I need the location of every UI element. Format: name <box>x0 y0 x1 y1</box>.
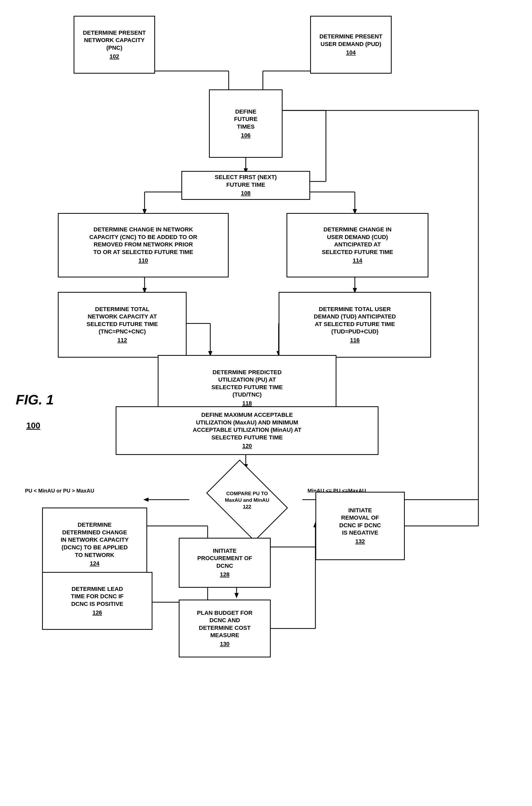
box-106-ref: 106 <box>241 132 251 139</box>
box-120: DEFINE MAXIMUM ACCEPTABLEUTILIZATION (Ma… <box>116 406 379 455</box>
box-106-text: DEFINEFUTURETIMES <box>234 108 257 131</box>
box-112-ref: 112 <box>117 337 127 344</box>
box-130: PLAN BUDGET FORDCNC ANDDETERMINE COSTMEA… <box>179 600 271 657</box>
box-126: DETERMINE LEADTIME FOR DCNC IFDCNC IS PO… <box>42 572 152 630</box>
box-132: INITIATEREMOVAL OFDCNC IF DCNCIS NEGATIV… <box>316 492 405 560</box>
box-130-ref: 130 <box>220 640 230 648</box>
box-116: DETERMINE TOTAL USERDEMAND (TUD) ANTICIP… <box>279 292 431 358</box>
box-104-text: DETERMINE PRESENT USER DEMAND (PUD) <box>314 33 388 48</box>
box-102: DETERMINE PRESENT NETWORK CAPACITY (PNC)… <box>74 16 155 74</box>
figure-number: 100 <box>26 421 40 430</box>
box-128-ref: 128 <box>220 571 230 579</box>
box-102-text: DETERMINE PRESENT NETWORK CAPACITY (PNC) <box>77 29 152 52</box>
box-114-ref: 114 <box>353 257 362 265</box>
box-124-text: DETERMINEDETERMINED CHANGEIN NETWORK CAP… <box>61 521 129 559</box>
diamond-122: COMPARE PU TOMaxAU and MinAU122 <box>176 469 318 531</box>
box-102-ref: 102 <box>110 53 119 60</box>
box-116-text: DETERMINE TOTAL USERDEMAND (TUD) ANTICIP… <box>314 305 396 336</box>
box-114: DETERMINE CHANGE INUSER DEMAND (CUD)ANTI… <box>286 213 429 277</box>
box-114-text: DETERMINE CHANGE INUSER DEMAND (CUD)ANTI… <box>322 226 393 256</box>
box-132-text: INITIATEREMOVAL OFDCNC IF DCNCIS NEGATIV… <box>339 507 381 537</box>
box-110: DETERMINE CHANGE IN NETWORKCAPACITY (CNC… <box>58 213 229 277</box>
box-128-text: INITIATEPROCUREMENT OFDCNC <box>197 547 252 570</box>
box-124: DETERMINEDETERMINED CHANGEIN NETWORK CAP… <box>42 508 147 581</box>
box-120-text: DEFINE MAXIMUM ACCEPTABLEUTILIZATION (Ma… <box>193 411 301 441</box>
box-118-text: DETERMINE PREDICTEDUTILIZATION (PU) ATSE… <box>211 369 283 399</box>
box-106: DEFINEFUTURETIMES 106 <box>209 89 283 158</box>
box-116-ref: 116 <box>350 337 360 344</box>
box-128: INITIATEPROCUREMENT OFDCNC 128 <box>179 538 271 588</box>
svg-marker-29 <box>143 498 149 502</box>
box-112-text: DETERMINE TOTALNETWORK CAPACITY ATSELECT… <box>87 305 158 336</box>
svg-marker-48 <box>234 593 239 598</box>
box-104: DETERMINE PRESENT USER DEMAND (PUD) 104 <box>310 16 392 74</box>
box-126-ref: 126 <box>93 609 102 617</box>
box-132-ref: 132 <box>355 538 365 545</box>
box-110-ref: 110 <box>138 257 148 265</box>
box-124-ref: 124 <box>90 560 100 567</box>
box-108: SELECT FIRST (NEXT)FUTURE TIME 108 <box>182 171 310 200</box>
box-130-text: PLAN BUDGET FORDCNC ANDDETERMINE COSTMEA… <box>197 609 252 639</box>
diamond-122-text: COMPARE PU TOMaxAU and MinAU122 <box>215 490 279 510</box>
box-112: DETERMINE TOTALNETWORK CAPACITY ATSELECT… <box>58 292 187 358</box>
diagram-container: DETERMINE PRESENT NETWORK CAPACITY (PNC)… <box>0 0 532 806</box>
box-110-text: DETERMINE CHANGE IN NETWORKCAPACITY (CNC… <box>89 226 197 256</box>
box-126-text: DETERMINE LEADTIME FOR DCNC IFDCNC IS PO… <box>71 585 124 608</box>
box-104-ref: 104 <box>346 49 356 57</box>
label-pu-less: PU < MinAU or PU > MaxAU <box>25 488 94 494</box>
box-108-ref: 108 <box>241 190 251 197</box>
figure-label: FIG. 1 <box>16 392 54 408</box>
box-108-text: SELECT FIRST (NEXT)FUTURE TIME <box>215 173 277 189</box>
box-120-ref: 120 <box>242 442 252 450</box>
